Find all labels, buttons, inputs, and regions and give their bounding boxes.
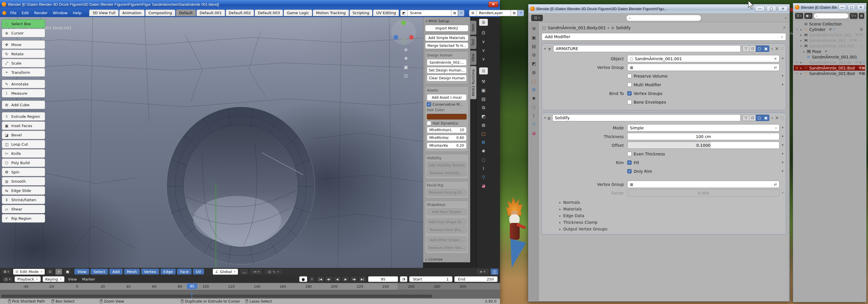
render-display-toggle[interactable]: ▣: [763, 115, 769, 121]
vertex-group-field[interactable]: ▦ ⇄: [627, 64, 779, 71]
expand-icon[interactable]: ▸: [799, 72, 803, 75]
tree-row-selected[interactable]: ⊡ ▸ ▽ SandmÃ¤nnle_001:Body.001 ⚙▦ ʘ: [794, 65, 865, 71]
breadcrumb-object[interactable]: SandmÃ¤nnle_001:Body.001: [548, 26, 606, 30]
sidebar-tab[interactable]: View: [470, 50, 476, 65]
delete-modifier-icon[interactable]: ✕: [775, 115, 779, 121]
visibility-eye-icon[interactable]: ʘ: [860, 71, 863, 75]
next-keyframe-button[interactable]: •▶: [350, 276, 358, 282]
object-tab-icon[interactable]: ▢: [529, 77, 539, 85]
outliner-editor-icon[interactable]: ☰: [479, 19, 488, 26]
restriction-chevron-icon[interactable]: ∨: [860, 33, 863, 37]
tree-row[interactable]: • ▸ ▽ SandmÃ¤nnle_001:Body ⚙▦▽ ∨: [794, 60, 865, 65]
drag-dots-icon[interactable]: ∷: [781, 46, 783, 52]
collapse-icon[interactable]: ▾: [544, 116, 546, 120]
viewport-display-toggle[interactable]: ▢: [756, 115, 763, 121]
edge-select-toggle[interactable]: ▱: [55, 269, 62, 275]
animate-dot-icon[interactable]: •: [779, 134, 786, 139]
armature-object-field[interactable]: ▢ SandmÃ¤nnle_001.001 ✕: [627, 55, 779, 62]
sidebar-tab[interactable]: Item: [470, 21, 476, 35]
expand-icon[interactable]: ▸: [799, 34, 803, 36]
menu-item[interactable]: Render: [32, 11, 50, 15]
playback-menu[interactable]: Playback∨: [14, 276, 41, 282]
mode-dropdown[interactable]: ⊡Edit Mode∨: [13, 269, 45, 275]
chevron-down-icon[interactable]: ∨: [479, 55, 488, 63]
renderlayer-unlink-icon[interactable]: ✕: [518, 10, 524, 16]
delete-modifier-icon[interactable]: ✕: [775, 46, 779, 52]
constraints-tab-icon[interactable]: ⌇: [529, 112, 539, 120]
renderlayer-copy-icon[interactable]: ⧉: [511, 10, 518, 16]
clear-design-human-button[interactable]: Clear Design Human: [427, 75, 467, 81]
expand-icon[interactable]: ▸: [799, 28, 803, 31]
armature-panel-header[interactable]: ▾ ⌆ ARMATURE ▽ ⊡ ▢ ▣ ∨ ✕ ∷: [542, 44, 786, 54]
view-menu[interactable]: View: [66, 277, 79, 281]
tree-row[interactable]: • ▸ ▽ SandmÃ¤nnle_001:Body.002 ⚙▦ ʘ: [794, 71, 865, 76]
thickness-slider[interactable]: 100 cm: [627, 133, 779, 140]
scene-icon[interactable]: ◩: [400, 10, 408, 16]
modifier-name-field[interactable]: ARMATURE: [553, 45, 741, 52]
hair-slider[interactable]: MhxMinHai 0.60: [427, 134, 467, 141]
scene-tab-icon[interactable]: ◩: [479, 112, 488, 121]
menu-item[interactable]: File: [7, 11, 19, 15]
filter-button[interactable]: ▽∨: [850, 13, 857, 19]
hair-dynamics-checkbox[interactable]: [427, 121, 431, 125]
animate-dot-icon[interactable]: •: [779, 190, 786, 196]
select-tool-dropdown[interactable]: ➤∨: [476, 269, 489, 275]
proportional-edit-group[interactable]: ◎∿∨: [264, 269, 283, 275]
data-tab-icon[interactable]: ▽: [479, 173, 488, 182]
sidebar-tab[interactable]: Tool: [470, 36, 476, 49]
timeline-scrollbar[interactable]: [1, 295, 432, 298]
maximize-button[interactable]: ▢: [848, 4, 855, 10]
expand-icon[interactable]: ▸: [799, 39, 803, 42]
multi-modifier-checkbox[interactable]: [627, 83, 631, 87]
toolbar-item[interactable]: ⊞ Add Cube: [2, 100, 45, 109]
timeline-editor-button[interactable]: ◷∨: [2, 276, 13, 282]
restriction-chevron-icon[interactable]: ∨: [860, 61, 863, 65]
tree-row[interactable]: • ▸ ▽ Cylinder ⚙▽ ʘ: [794, 27, 865, 32]
particles-tab-icon[interactable]: ✱: [479, 147, 488, 155]
workspace-tab[interactable]: 3D View Full: [89, 9, 119, 16]
animate-dot-icon[interactable]: •: [779, 143, 786, 148]
remove-visibility-button[interactable]: Remove Visibility ...: [427, 170, 467, 176]
viewlayer-tab-icon[interactable]: ⧉: [529, 51, 539, 59]
chevron-down-icon[interactable]: ∨: [479, 37, 488, 46]
material-tab-icon[interactable]: ◕: [529, 129, 539, 138]
scene-unlink-icon[interactable]: ✕: [458, 10, 464, 16]
viewport-menu-item[interactable]: UV: [193, 269, 204, 274]
tree-row[interactable]: ▾ Ж SandmÃ¤nnle_001.001 ∨: [794, 43, 865, 49]
minimize-button[interactable]: —: [838, 4, 846, 10]
gizmo-z-axis[interactable]: [401, 21, 406, 25]
workspace-tab[interactable]: Default.003: [255, 9, 283, 16]
blender-menu-icon[interactable]: [2, 11, 6, 15]
toolbar-item[interactable]: ◫ Loop Cut: [2, 140, 45, 149]
record-button[interactable]: ●: [299, 276, 307, 282]
xray-toggle[interactable]: ◫: [491, 269, 498, 275]
tree-row[interactable]: ▸ Ж SandmÃ¤nnchen_001 ЖЖ ∨: [794, 32, 865, 38]
restriction-chevron-icon[interactable]: ∨: [860, 44, 863, 48]
viewlayer-tab-icon[interactable]: ⧉: [479, 103, 488, 112]
toolbar-item[interactable]: ⌖ Transform: [2, 68, 45, 77]
workspace-tab[interactable]: Default.002: [226, 9, 254, 16]
workspace-tab[interactable]: Compositing: [145, 9, 175, 16]
render-tab-icon[interactable]: ▣: [479, 86, 488, 95]
add-asset-button[interactable]: Add Asset (.mxa): [427, 94, 467, 101]
options-chevron-icon[interactable]: ∨: [785, 16, 787, 20]
sidebar-tab[interactable]: MHX2 Runtime: [470, 66, 476, 99]
collapsed-subsection[interactable]: ▸Thickness Clamp: [542, 218, 786, 225]
animate-dot-icon[interactable]: •: [779, 151, 786, 157]
display-mode-button[interactable]: ▣∨: [804, 13, 812, 19]
outliner-search-input[interactable]: ⌕: [814, 13, 848, 19]
animate-dot-icon[interactable]: •: [779, 73, 786, 79]
rim-fill-checkbox[interactable]: ✓: [627, 160, 631, 165]
gizmo-x-axis[interactable]: [409, 35, 414, 40]
new-collection-button[interactable]: ⊞: [859, 13, 864, 19]
close-button[interactable]: ✕: [857, 4, 865, 10]
extras-dropdown-icon[interactable]: ∨: [771, 47, 773, 50]
pin-icon[interactable]: ⍟: [783, 25, 785, 30]
toolbar-item[interactable]: ⬚ Select Box: [2, 20, 45, 28]
solidify-vertex-group-field[interactable]: ▦ ⇄: [627, 181, 779, 188]
toolbar-item[interactable]: ↻ Rotate: [2, 50, 45, 58]
bind-vertex-groups-checkbox[interactable]: ✓: [627, 91, 631, 95]
gizmo-y-axis[interactable]: [394, 35, 398, 40]
toolbar-item[interactable]: ❂ Spin: [2, 168, 45, 176]
animate-dot-icon[interactable]: •: [779, 56, 786, 61]
